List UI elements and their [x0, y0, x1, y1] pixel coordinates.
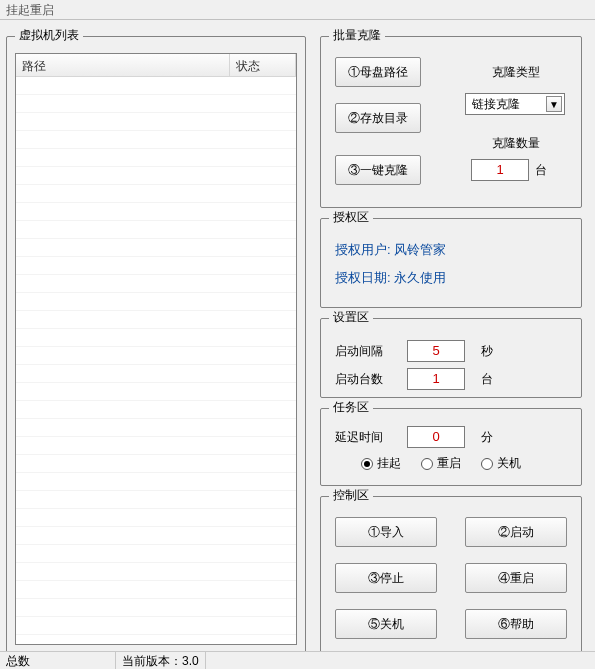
- vmlist-header: 路径 状态: [16, 54, 296, 77]
- table-row[interactable]: [16, 149, 296, 167]
- clone-type-label: 克隆类型: [471, 64, 561, 81]
- table-row[interactable]: [16, 239, 296, 257]
- table-row[interactable]: [16, 113, 296, 131]
- task-radio-group: 挂起 重启 关机: [361, 455, 571, 472]
- table-row[interactable]: [16, 419, 296, 437]
- auth-user-value: 风铃管家: [394, 242, 446, 257]
- table-row[interactable]: [16, 455, 296, 473]
- group-clone-title: 批量克隆: [329, 28, 385, 42]
- table-row[interactable]: [16, 437, 296, 455]
- window-titlebar: 挂起重启: [0, 0, 595, 20]
- clone-count-unit: 台: [535, 162, 547, 179]
- table-row[interactable]: [16, 581, 296, 599]
- auth-user-line: 授权用户: 风铃管家: [335, 241, 446, 259]
- table-row[interactable]: [16, 95, 296, 113]
- group-clone: 批量克隆 ①母盘路径 克隆类型 链接克隆 ▼ ②存放目录 克隆数量 ③一键克隆 …: [320, 36, 582, 208]
- radio-shutdown[interactable]: 关机: [481, 455, 521, 472]
- stop-button[interactable]: ③停止: [335, 563, 437, 593]
- group-control-title: 控制区: [329, 488, 373, 502]
- table-row[interactable]: [16, 221, 296, 239]
- group-settings-title: 设置区: [329, 310, 373, 324]
- table-row[interactable]: [16, 293, 296, 311]
- status-version-value: 3.0: [182, 654, 199, 668]
- auth-date-value: 永久使用: [394, 270, 446, 285]
- group-task-title: 任务区: [329, 400, 373, 414]
- start-button[interactable]: ②启动: [465, 517, 567, 547]
- status-bar: 总数 当前版本：3.0: [0, 651, 595, 669]
- group-task: 任务区 延迟时间 0 分 挂起 重启 关机: [320, 408, 582, 486]
- table-row[interactable]: [16, 77, 296, 95]
- table-row[interactable]: [16, 509, 296, 527]
- radio-restart[interactable]: 重启: [421, 455, 461, 472]
- table-row[interactable]: [16, 563, 296, 581]
- delay-unit: 分: [481, 429, 493, 446]
- mother-path-button[interactable]: ①母盘路径: [335, 57, 421, 87]
- col-path[interactable]: 路径: [16, 54, 230, 76]
- radio-suspend[interactable]: 挂起: [361, 455, 401, 472]
- col-status[interactable]: 状态: [230, 54, 296, 76]
- table-row[interactable]: [16, 203, 296, 221]
- start-count-label: 启动台数: [335, 371, 397, 388]
- start-interval-unit: 秒: [481, 343, 493, 360]
- table-row[interactable]: [16, 167, 296, 185]
- table-row[interactable]: [16, 599, 296, 617]
- radio-restart-label: 重启: [437, 455, 461, 472]
- group-settings: 设置区 启动间隔 5 秒 启动台数 1 台: [320, 318, 582, 398]
- clone-count-label: 克隆数量: [471, 135, 561, 152]
- import-button[interactable]: ①导入: [335, 517, 437, 547]
- table-row[interactable]: [16, 617, 296, 635]
- table-row[interactable]: [16, 185, 296, 203]
- one-click-clone-button[interactable]: ③一键克隆: [335, 155, 421, 185]
- window-title: 挂起重启: [6, 3, 54, 17]
- table-row[interactable]: [16, 275, 296, 293]
- delay-label: 延迟时间: [335, 429, 397, 446]
- table-row[interactable]: [16, 131, 296, 149]
- table-row[interactable]: [16, 491, 296, 509]
- shutdown-button[interactable]: ⑤关机: [335, 609, 437, 639]
- table-row[interactable]: [16, 329, 296, 347]
- auth-user-label: 授权用户:: [335, 242, 391, 257]
- table-row[interactable]: [16, 257, 296, 275]
- auth-date-line: 授权日期: 永久使用: [335, 269, 446, 287]
- table-row[interactable]: [16, 473, 296, 491]
- table-row[interactable]: [16, 383, 296, 401]
- table-row[interactable]: [16, 365, 296, 383]
- client-area: 虚拟机列表 路径 状态: [0, 20, 595, 650]
- group-control: 控制区 ①导入 ②启动 ③停止 ④重启 ⑤关机 ⑥帮助: [320, 496, 582, 654]
- group-auth: 授权区 授权用户: 风铃管家 授权日期: 永久使用: [320, 218, 582, 308]
- clone-count-input[interactable]: 1: [471, 159, 529, 181]
- delay-input[interactable]: 0: [407, 426, 465, 448]
- radio-suspend-label: 挂起: [377, 455, 401, 472]
- save-dir-button[interactable]: ②存放目录: [335, 103, 421, 133]
- table-row[interactable]: [16, 401, 296, 419]
- status-version: 当前版本：3.0: [116, 652, 206, 669]
- table-row[interactable]: [16, 347, 296, 365]
- radio-dot-icon: [421, 458, 433, 470]
- start-interval-label: 启动间隔: [335, 343, 397, 360]
- table-row[interactable]: [16, 545, 296, 563]
- start-interval-input[interactable]: 5: [407, 340, 465, 362]
- radio-dot-icon: [361, 458, 373, 470]
- table-row[interactable]: [16, 527, 296, 545]
- table-row[interactable]: [16, 311, 296, 329]
- vmlist-rows: [16, 77, 296, 644]
- status-total: 总数: [0, 652, 116, 669]
- restart-button[interactable]: ④重启: [465, 563, 567, 593]
- group-vmlist: 虚拟机列表 路径 状态: [6, 36, 306, 654]
- help-button[interactable]: ⑥帮助: [465, 609, 567, 639]
- vmlist-table[interactable]: 路径 状态: [15, 53, 297, 645]
- group-auth-title: 授权区: [329, 210, 373, 224]
- radio-shutdown-label: 关机: [497, 455, 521, 472]
- radio-dot-icon: [481, 458, 493, 470]
- auth-date-label: 授权日期:: [335, 270, 391, 285]
- start-count-unit: 台: [481, 371, 493, 388]
- start-count-input[interactable]: 1: [407, 368, 465, 390]
- group-vmlist-title: 虚拟机列表: [15, 28, 83, 42]
- status-version-label: 当前版本：: [122, 654, 182, 668]
